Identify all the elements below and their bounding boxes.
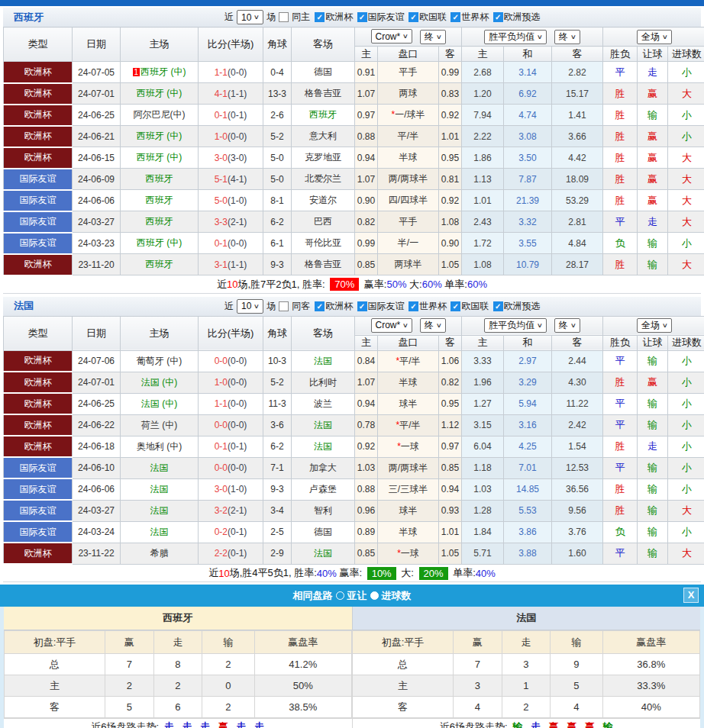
league-filter[interactable]: ✓世界杯 [450, 11, 489, 24]
chevron-down-icon: ∨ [537, 322, 543, 329]
result-wdl: 胜 [603, 105, 638, 126]
avg-draw-odds: 6.92 [504, 83, 552, 105]
league-filter[interactable]: ✓欧国联 [409, 11, 447, 24]
league-checkbox[interactable]: ✓ [409, 301, 418, 311]
match-date: 24-03-23 [73, 233, 121, 254]
league-checkbox[interactable]: ✓ [493, 12, 503, 22]
avg-draw-odds: 7.87 [504, 169, 552, 190]
final-select[interactable]: 终∨ [554, 318, 580, 333]
league-checkbox[interactable]: ✓ [409, 12, 418, 22]
recent-count-select[interactable]: 10∨ [237, 10, 263, 24]
avg-home-odds: 1.28 [462, 500, 504, 521]
bookmaker-select[interactable]: Crow*∨ [371, 29, 413, 43]
result-wdl: 胜 [603, 500, 638, 521]
match-row: 欧洲杯 24-06-22 荷兰 (中) 0-0(0-0) 3-6 法国 0.78… [4, 414, 704, 436]
league-filter[interactable]: ✓国际友谊 [357, 11, 405, 24]
stat-win: 4 [453, 697, 502, 718]
avg-home-odds: 1.18 [462, 457, 504, 478]
same-home-label: 同主 [292, 11, 310, 24]
handicap-home-odds: 0.90 [355, 190, 378, 211]
league-filter[interactable]: ✓世界杯 [409, 300, 447, 313]
league-label: 欧洲预选 [504, 300, 541, 313]
league-checkbox[interactable]: ✓ [493, 301, 503, 311]
match-type-badge: 欧洲杯 [4, 147, 73, 169]
match-type-badge: 国际友谊 [4, 521, 73, 543]
match-type-badge: 国际友谊 [4, 211, 73, 233]
result-goals: 小 [668, 393, 704, 414]
match-row: 欧洲杯 24-06-18 奥地利 (中) 0-1(0-1) 6-2 法国 0.9… [4, 436, 704, 457]
match-score: 1-0(0-0) [199, 126, 263, 147]
league-filter[interactable]: ✓欧洲杯 [315, 300, 353, 313]
home-team: 西班牙 (中) [121, 126, 199, 147]
league-filter[interactable]: ✓欧洲预选 [493, 300, 541, 313]
panel-body: 西班牙 法国 初盘:平手 赢 走 输 赢盘率 总 7 8 2 41.2% 主 2… [0, 607, 704, 728]
avg-draw-odds: 21.39 [504, 190, 552, 211]
match-score: 1-1(0-0) [199, 62, 263, 83]
final-select[interactable]: 终∨ [420, 30, 446, 44]
asian-handicap-radio[interactable] [336, 591, 344, 600]
chevron-down-icon: ∨ [402, 33, 409, 40]
match-type-badge: 欧洲杯 [4, 83, 73, 105]
stat-winrate: 50% [254, 675, 351, 697]
league-checkbox[interactable]: ✓ [450, 301, 460, 311]
league-filter[interactable]: ✓国际友谊 [357, 300, 405, 313]
scope-select[interactable]: 全场∨ [637, 30, 672, 44]
league-label: 欧洲预选 [504, 11, 541, 24]
handicap-home-odds: 0.78 [355, 414, 378, 436]
avg-draw-odds: 5.94 [504, 393, 552, 414]
corner-score: 5-0 [263, 147, 292, 169]
result-goals: 小 [668, 372, 704, 393]
france-trend: 近6场盘路走势: 输 走 赢 赢 赢 输 [353, 719, 701, 728]
stat-col-winrate: 赢盘率 [602, 631, 699, 654]
league-checkbox[interactable]: ✓ [357, 301, 367, 311]
match-score: 0-1(0-1) [199, 436, 263, 457]
same-home-checkbox[interactable] [279, 12, 289, 22]
close-icon[interactable]: X [683, 588, 699, 603]
corner-score: 7-1 [263, 457, 292, 478]
result-goals: 大 [668, 83, 704, 105]
league-filter[interactable]: ✓欧国联 [450, 300, 489, 313]
goals-radio[interactable] [370, 591, 379, 600]
scope-select[interactable]: 全场∨ [637, 318, 672, 333]
avg-away-odds: 12.53 [552, 457, 603, 478]
stat-lose: 5 [551, 675, 602, 697]
final-select[interactable]: 终∨ [554, 30, 580, 44]
away-team: 安道尔 [292, 190, 355, 211]
summary-part: 50% [386, 279, 406, 290]
bookmaker-select[interactable]: Crow*∨ [371, 318, 413, 333]
home-team: 西班牙 (中) [121, 83, 199, 105]
match-row: 国际友谊 24-06-06 法国 3-0(1-0) 9-3 卢森堡 0.88 三… [4, 478, 704, 500]
final-select[interactable]: 终∨ [420, 318, 446, 333]
league-checkbox[interactable]: ✓ [450, 12, 460, 22]
avg-home-odds: 1.72 [462, 233, 504, 254]
stat-row: 客 4 2 4 40% [353, 697, 700, 718]
league-filter[interactable]: ✓欧洲预选 [493, 11, 541, 24]
same-away-checkbox[interactable] [279, 301, 289, 311]
handicap-away-odds: 0.85 [439, 457, 462, 478]
panel-title: 相同盘路 [293, 589, 333, 603]
avg-odds-select[interactable]: 胜平负均值∨ [484, 30, 547, 44]
summary-part: 单率: [450, 566, 476, 580]
handicap-line: 半球 [378, 372, 439, 393]
match-date: 24-07-05 [73, 62, 121, 83]
avg-away-odds: 4.42 [552, 147, 603, 169]
avg-away-odds: 9.56 [552, 500, 603, 521]
col-let: 让球 [638, 47, 668, 62]
col-corner: 角球 [263, 27, 292, 62]
league-checkbox[interactable]: ✓ [357, 12, 367, 22]
result-handicap: 输 [638, 414, 668, 436]
stat-lose: 4 [551, 697, 602, 718]
league-filter[interactable]: ✓欧洲杯 [315, 11, 353, 24]
avg-home-odds: 1.86 [462, 147, 504, 169]
recent-count-select[interactable]: 10∨ [237, 299, 263, 314]
avg-draw-odds: 3.08 [504, 126, 552, 147]
match-date: 24-03-24 [73, 521, 121, 543]
summary-part: 40% [476, 568, 496, 579]
avg-away-odds: 53.29 [552, 190, 603, 211]
handicap-line: 三/三球半 [378, 478, 439, 500]
league-checkbox[interactable]: ✓ [315, 301, 325, 311]
handicap-home-odds: 0.84 [355, 350, 378, 372]
league-checkbox[interactable]: ✓ [315, 12, 325, 22]
avg-odds-select[interactable]: 胜平负均值∨ [484, 318, 547, 333]
col-date: 日期 [73, 27, 121, 62]
